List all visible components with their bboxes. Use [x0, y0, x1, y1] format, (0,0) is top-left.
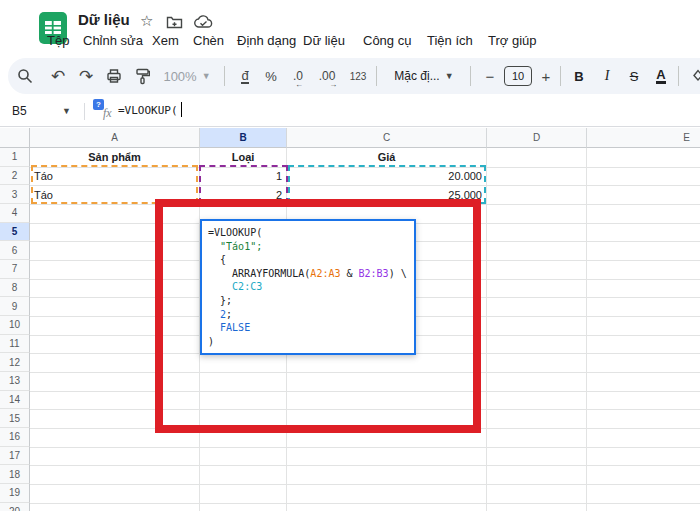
cell-a1[interactable]: Sản phẩm	[30, 148, 199, 167]
arrow-right-icon: →	[329, 80, 337, 89]
toolbar-divider	[470, 66, 471, 86]
toolbar-divider	[376, 66, 377, 86]
number-format-selector[interactable]: Mặc đị...▼	[384, 58, 464, 94]
grid-line	[30, 391, 700, 392]
formula-input[interactable]: =VLOOKUP(	[118, 104, 178, 117]
text-color-button[interactable]: A	[648, 58, 674, 94]
row-header-5[interactable]: 5	[0, 223, 30, 242]
menu-tools[interactable]: Công cụ	[363, 33, 411, 48]
row-header-10[interactable]: 10	[0, 316, 30, 335]
select-all-corner[interactable]	[0, 128, 30, 148]
grid-line	[30, 372, 700, 373]
column-header-d[interactable]: D	[487, 128, 587, 148]
cell-c1[interactable]: Giá	[287, 148, 486, 167]
column-header-c[interactable]: C	[287, 128, 487, 148]
increase-decimals-button[interactable]: .00→	[312, 58, 342, 94]
cell-b3[interactable]: 2	[200, 185, 286, 204]
row-header-2[interactable]: 2	[0, 167, 30, 186]
more-formats-button[interactable]: 123	[344, 58, 372, 94]
zoom-selector[interactable]: 100%▼	[156, 58, 218, 94]
undo-button[interactable]: ↶	[44, 58, 72, 94]
formula-editor-line: C2:C3	[208, 280, 408, 294]
move-folder-icon[interactable]	[166, 15, 183, 29]
decrease-font-size-button[interactable]: −	[478, 58, 502, 94]
row-header-9[interactable]: 9	[0, 297, 30, 316]
menu-edit[interactable]: Chỉnh sửa	[83, 33, 143, 48]
italic-button[interactable]: I	[594, 58, 620, 94]
cell-c2[interactable]: 20.000	[287, 167, 486, 186]
fx-icon: fx	[103, 106, 112, 121]
cell-formula-editor[interactable]: =VLOOKUP( "Táo1"; { ARRAYFORMULA(A2:A3 &…	[200, 219, 416, 355]
document-title[interactable]: Dữ liệu	[78, 11, 130, 28]
column-header-b[interactable]: B	[200, 128, 287, 148]
cell-a3[interactable]: Táo	[30, 185, 199, 204]
row-header-8[interactable]: 8	[0, 279, 30, 298]
formula-editor-line: {	[208, 253, 408, 267]
chevron-down-icon: ▼	[445, 71, 454, 81]
row-header-15[interactable]: 15	[0, 409, 30, 428]
chevron-down-icon[interactable]: ▼	[62, 106, 71, 116]
formula-editor-line: FALSE	[208, 321, 408, 335]
search-icon	[17, 68, 33, 84]
decrease-decimals-button[interactable]: .0←	[284, 58, 312, 94]
row-header-13[interactable]: 13	[0, 372, 30, 391]
row-header-18[interactable]: 18	[0, 465, 30, 484]
cell-a2[interactable]: Táo	[30, 167, 199, 186]
grid-line	[30, 503, 700, 504]
cell-b2[interactable]: 1	[200, 167, 286, 186]
menu-data[interactable]: Dữ liệu	[303, 33, 345, 48]
font-size-input[interactable]: 10	[504, 66, 532, 86]
column-header-e[interactable]: E	[587, 128, 700, 148]
formula-editor-line: "Táo1";	[208, 240, 408, 254]
paint-format-button[interactable]	[128, 58, 156, 94]
format-currency-button[interactable]: đ	[232, 58, 258, 94]
strikethrough-button[interactable]: S	[620, 58, 648, 94]
redo-button[interactable]: ↷	[72, 58, 100, 94]
row-header-20[interactable]: 20	[0, 503, 30, 511]
row-header-6[interactable]: 6	[0, 241, 30, 260]
toolbar-divider	[560, 66, 561, 86]
row-header-17[interactable]: 17	[0, 447, 30, 466]
grid-line	[30, 409, 700, 410]
cell-b1[interactable]: Loại	[200, 148, 286, 167]
fill-color-button[interactable]	[686, 58, 700, 94]
increase-font-size-button[interactable]: +	[534, 58, 558, 94]
format-percent-button[interactable]: %	[258, 58, 284, 94]
name-box[interactable]: B5	[12, 104, 27, 118]
row-header-7[interactable]: 7	[0, 260, 30, 279]
grid-line	[30, 465, 700, 466]
star-icon[interactable]: ☆	[140, 13, 153, 28]
arrow-left-icon: ←	[295, 80, 303, 89]
menu-insert[interactable]: Chèn	[193, 33, 224, 48]
row-header-1[interactable]: 1	[0, 148, 30, 167]
grid-line	[586, 148, 587, 511]
row-header-3[interactable]: 3	[0, 185, 30, 204]
row-header-4[interactable]: 4	[0, 204, 30, 223]
row-header-19[interactable]: 19	[0, 484, 30, 503]
formula-editor-line: ARRAYFORMULA(A2:A3 & B2:B3) \	[208, 267, 408, 281]
column-header-a[interactable]: A	[30, 128, 200, 148]
menu-help[interactable]: Trợ giúp	[488, 33, 537, 48]
cell-c3[interactable]: 25.000	[287, 185, 486, 204]
cloud-status-icon[interactable]	[194, 15, 213, 29]
paint-format-icon	[135, 68, 150, 85]
grid-line	[30, 428, 700, 429]
row-header-16[interactable]: 16	[0, 428, 30, 447]
formula-editor-line: 2;	[208, 308, 408, 322]
fill-color-icon	[690, 68, 700, 84]
row-header-11[interactable]: 11	[0, 335, 30, 354]
bold-button[interactable]: B	[566, 58, 592, 94]
menu-view[interactable]: Xem	[152, 33, 179, 48]
search-button[interactable]	[10, 58, 40, 94]
menu-format[interactable]: Định dạng	[237, 33, 296, 48]
formula-editor-line: )	[208, 335, 408, 349]
chevron-down-icon: ▼	[202, 71, 211, 81]
toolbar-divider	[678, 66, 679, 86]
row-header-12[interactable]: 12	[0, 353, 30, 372]
print-button[interactable]	[100, 58, 128, 94]
grid-line	[30, 204, 700, 205]
formula-editor-line: };	[208, 294, 408, 308]
menu-file[interactable]: Tệp	[47, 33, 69, 48]
menu-extensions[interactable]: Tiện ích	[427, 33, 473, 48]
row-header-14[interactable]: 14	[0, 391, 30, 410]
